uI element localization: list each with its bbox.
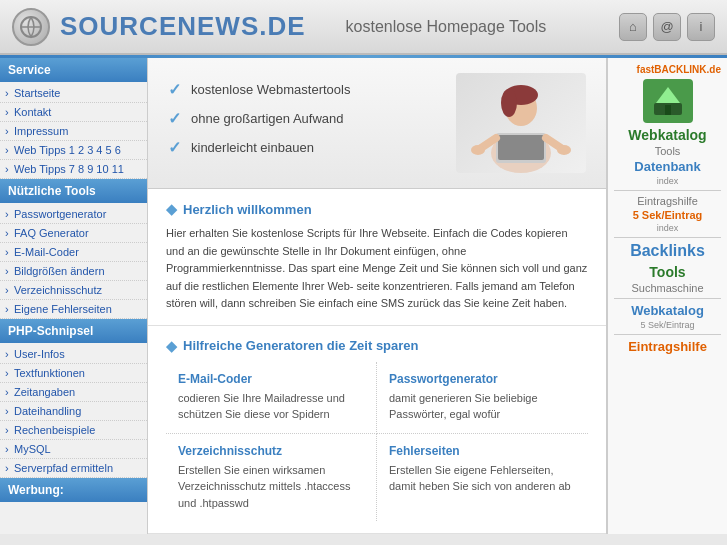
rs-suchmaschine[interactable]: Suchmaschine — [614, 282, 721, 294]
gen-title-verzeichnis[interactable]: Verzeichnisschutz — [178, 444, 364, 458]
gen-item-verzeichnis: Verzeichnisschutz Erstellen Sie einen wi… — [166, 434, 377, 522]
header-icons: ⌂ @ i — [619, 13, 715, 41]
sidebar-item-startseite[interactable]: Startseite — [0, 84, 147, 103]
svg-marker-13 — [656, 87, 680, 103]
sidebar: Service Startseite Kontakt Impressum Web… — [0, 58, 148, 534]
checkmark-icon-3: ✓ — [168, 138, 181, 157]
info-icon[interactable]: i — [687, 13, 715, 41]
sidebar-section-werbung: Werbung: — [0, 478, 147, 502]
home-icon[interactable]: ⌂ — [619, 13, 647, 41]
hero-list: ✓ kostenlose Webmastertools ✓ ohne großa… — [168, 80, 456, 167]
rs-sek2: 5 Sek/Eintrag — [614, 320, 721, 330]
gen-desc-verzeichnis: Erstellen Sie einen wirksamen Verzeichni… — [178, 462, 364, 512]
welcome-icon: ◆ — [166, 201, 177, 217]
gen-desc-passwort: damit generieren Sie beliebige Passwörte… — [389, 390, 576, 423]
logo-icon — [12, 8, 50, 46]
welcome-body: Hier erhalten Sie kostenlose Scripts für… — [166, 225, 588, 313]
svg-rect-14 — [665, 105, 671, 115]
rs-datenbank[interactable]: Datenbank — [614, 159, 721, 174]
gen-title-emailcoder[interactable]: E-Mail-Coder — [178, 372, 364, 386]
rs-brand: fastBACKLINK.de — [614, 64, 721, 75]
welcome-section: ◆ Herzlich willkommen Hier erhalten Sie … — [148, 189, 606, 326]
rs-tools1[interactable]: Tools — [614, 145, 721, 157]
rs-divider4 — [614, 334, 721, 335]
rs-divider1 — [614, 190, 721, 191]
sidebar-item-faq[interactable]: FAQ Generator — [0, 224, 147, 243]
generators-icon: ◆ — [166, 338, 177, 354]
gen-title-fehlerseiten[interactable]: Fehlerseiten — [389, 444, 576, 458]
gen-desc-emailcoder: codieren Sie Ihre Mailadresse und schütz… — [178, 390, 364, 423]
sidebar-item-userinfos[interactable]: User-Infos — [0, 345, 147, 364]
rs-divider3 — [614, 298, 721, 299]
svg-point-10 — [471, 145, 485, 155]
sidebar-section-tools: Nützliche Tools — [0, 179, 147, 203]
sidebar-item-mysql[interactable]: MySQL — [0, 440, 147, 459]
sidebar-item-verzeichnis[interactable]: Verzeichnisschutz — [0, 281, 147, 300]
rs-sek1: 5 Sek/Eintrag — [614, 209, 721, 221]
sidebar-item-textfunktionen[interactable]: Textfunktionen — [0, 364, 147, 383]
rs-index1: index — [614, 176, 721, 186]
checkmark-icon-2: ✓ — [168, 109, 181, 128]
hero-item-2: ✓ ohne großartigen Aufwand — [168, 109, 456, 128]
content: ✓ kostenlose Webmastertools ✓ ohne großa… — [148, 58, 607, 534]
sidebar-item-webtipps1[interactable]: Web Tipps 1 2 3 4 5 6 — [0, 141, 147, 160]
right-sidebar: fastBACKLINK.de Webkatalog Tools Datenba… — [607, 58, 727, 534]
sidebar-item-passwort[interactable]: Passwortgenerator — [0, 205, 147, 224]
sidebar-item-rechenbeispiele[interactable]: Rechenbeispiele — [0, 421, 147, 440]
sidebar-item-zeitangaben[interactable]: Zeitangaben — [0, 383, 147, 402]
header: SOURCENEWS.DE kostenlose Homepage Tools … — [0, 0, 727, 55]
sidebar-item-impressum[interactable]: Impressum — [0, 122, 147, 141]
svg-point-11 — [557, 145, 571, 155]
hero-item-1: ✓ kostenlose Webmastertools — [168, 80, 456, 99]
site-title: SOURCENEWS.DE — [60, 11, 306, 42]
gen-item-fehlerseiten: Fehlerseiten Erstellen Sie eigene Fehler… — [377, 434, 588, 522]
generators-section: ◆ Hilfreiche Generatoren die Zeit sparen… — [148, 326, 606, 535]
welcome-title: ◆ Herzlich willkommen — [166, 201, 588, 217]
svg-rect-4 — [498, 135, 544, 160]
sidebar-item-dateihandling[interactable]: Dateihandling — [0, 402, 147, 421]
sidebar-item-fehlerseiten[interactable]: Eigene Fehlerseiten — [0, 300, 147, 319]
sidebar-item-bildgroessen[interactable]: Bildgrößen ändern — [0, 262, 147, 281]
rs-divider2 — [614, 237, 721, 238]
sidebar-item-kontakt[interactable]: Kontakt — [0, 103, 147, 122]
main-layout: Service Startseite Kontakt Impressum Web… — [0, 58, 727, 534]
rs-eintragshilfe2[interactable]: Eintragshilfe — [614, 339, 721, 354]
gen-item-emailcoder: E-Mail-Coder codieren Sie Ihre Mailadres… — [166, 362, 377, 434]
hero: ✓ kostenlose Webmastertools ✓ ohne großa… — [148, 58, 606, 189]
rs-webkatalog2[interactable]: Webkatalog — [614, 303, 721, 318]
checkmark-icon-1: ✓ — [168, 80, 181, 99]
gen-item-passwort: Passwortgenerator damit generieren Sie b… — [377, 362, 588, 434]
tagline: kostenlose Homepage Tools — [346, 18, 619, 36]
rs-tools2[interactable]: Tools — [614, 264, 721, 280]
mail-icon[interactable]: @ — [653, 13, 681, 41]
svg-point-7 — [501, 89, 517, 117]
sidebar-item-emailcoder[interactable]: E-Mail-Coder — [0, 243, 147, 262]
rs-icon-box — [643, 79, 693, 123]
sidebar-section-php: PHP-Schnipsel — [0, 319, 147, 343]
gen-title-passwort[interactable]: Passwortgenerator — [389, 372, 576, 386]
sidebar-item-webtipps2[interactable]: Web Tipps 7 8 9 10 11 — [0, 160, 147, 179]
rs-eintragshilfe1[interactable]: Eintragshilfe — [614, 195, 721, 207]
hero-item-3: ✓ kinderleicht einbauen — [168, 138, 456, 157]
rs-backlinks[interactable]: Backlinks — [614, 242, 721, 260]
generators-title: ◆ Hilfreiche Generatoren die Zeit sparen — [166, 338, 588, 354]
rs-webkatalog1[interactable]: Webkatalog — [614, 127, 721, 143]
sidebar-item-serverpfad[interactable]: Serverpfad ermitteln — [0, 459, 147, 478]
gen-desc-fehlerseiten: Erstellen Sie eigene Fehlerseiten, damit… — [389, 462, 576, 495]
hero-image — [456, 73, 586, 173]
generators-grid: E-Mail-Coder codieren Sie Ihre Mailadres… — [166, 362, 588, 522]
sidebar-section-service: Service — [0, 58, 147, 82]
rs-index2: index — [614, 223, 721, 233]
